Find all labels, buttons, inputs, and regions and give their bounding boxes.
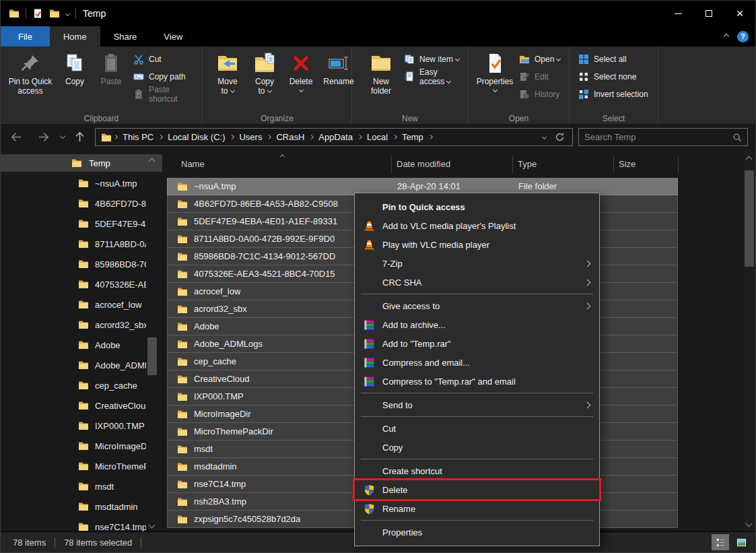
- context-menu-item-delete[interactable]: Delete: [355, 480, 599, 499]
- breadcrumb-segment[interactable]: Temp: [399, 132, 427, 142]
- breadcrumb-segment[interactable]: Local: [364, 132, 391, 142]
- breadcrumb-chevron-icon[interactable]: [357, 135, 362, 139]
- column-header-name[interactable]: Name: [181, 159, 205, 169]
- pin-to-quick-access-button[interactable]: Pin to Quick access: [3, 48, 57, 96]
- sidebar-item[interactable]: cep_cache: [1, 375, 146, 395]
- sidebar-item[interactable]: 5DEF47E9-4EBA-4E01-A1EF-89331: [1, 214, 146, 234]
- history-button[interactable]: History: [516, 86, 563, 103]
- sidebar-item[interactable]: Adobe_ADMLogs: [1, 355, 146, 375]
- column-divider[interactable]: [391, 156, 392, 173]
- sidebar-item[interactable]: IXP000.TMP: [1, 416, 146, 436]
- sidebar-item[interactable]: MicroThemePackDir: [1, 456, 146, 476]
- context-menu-item-create-shortcut[interactable]: Create shortcut: [355, 461, 599, 480]
- thumbnails-view-button[interactable]: [732, 534, 750, 550]
- back-arrow-icon[interactable]: [10, 131, 23, 143]
- sidebar-item[interactable]: 4B62FD7D-86EB-4A53-AB82-C9508: [1, 193, 146, 214]
- breadcrumb-segment[interactable]: Local Disk (C:): [164, 132, 228, 142]
- sidebar-item-temp-root[interactable]: Temp: [1, 154, 162, 172]
- context-menu-item-give-access-to[interactable]: Give access to: [355, 296, 599, 315]
- sidebar-scroll-down-icon[interactable]: [149, 522, 156, 529]
- tab-share[interactable]: Share: [100, 26, 151, 46]
- column-header-size[interactable]: Size: [619, 159, 635, 169]
- new-folder-button[interactable]: New folder: [362, 48, 401, 96]
- recent-locations-chevron-icon[interactable]: [60, 133, 65, 139]
- scroll-down-icon[interactable]: [746, 521, 753, 527]
- column-divider[interactable]: [678, 156, 679, 173]
- address-dropdown-chevron-icon[interactable]: [542, 135, 547, 139]
- sidebar-item[interactable]: CreativeCloud: [1, 395, 146, 416]
- close-button[interactable]: ×: [724, 1, 755, 26]
- invert-selection-button[interactable]: Invert selection: [575, 86, 652, 103]
- breadcrumb-chevron-icon[interactable]: [158, 135, 163, 139]
- sidebar-item[interactable]: nse7C14.tmp: [1, 517, 146, 531]
- properties-button[interactable]: Properties: [474, 48, 516, 92]
- copy-path-button[interactable]: Copy path: [130, 68, 202, 86]
- context-menu-item-compress-and-email[interactable]: Compress and email...: [355, 353, 599, 372]
- context-menu-item-add-to-temp-rar[interactable]: Add to "Temp.rar": [355, 334, 599, 353]
- column-divider[interactable]: [512, 156, 513, 173]
- new-folder-qat-icon[interactable]: [49, 8, 60, 19]
- search-icon[interactable]: [732, 133, 747, 142]
- vertical-scrollbar[interactable]: [743, 150, 755, 531]
- sidebar-item[interactable]: MicroImageDir: [1, 436, 146, 456]
- search-box[interactable]: [578, 128, 748, 146]
- maximize-button[interactable]: [693, 1, 724, 26]
- scroll-up-icon[interactable]: [746, 156, 753, 163]
- new-item-button[interactable]: New item: [401, 51, 468, 68]
- context-menu-item-play-with-vlc-media-player[interactable]: Play with VLC media player: [355, 235, 599, 254]
- forward-arrow-icon[interactable]: [37, 131, 50, 143]
- tab-file[interactable]: File: [1, 26, 50, 46]
- details-view-button[interactable]: [712, 534, 729, 550]
- context-menu-item-add-to-vlc-media-player-s-playlist[interactable]: Add to VLC media player's Playlist: [355, 216, 599, 235]
- select-all-button[interactable]: Select all: [575, 51, 652, 68]
- paste-button[interactable]: Paste: [92, 48, 130, 86]
- breadcrumb-chevron-icon[interactable]: [267, 135, 271, 139]
- breadcrumb-chevron-icon[interactable]: [230, 135, 234, 139]
- context-menu-item-add-to-archive[interactable]: Add to archive...: [355, 315, 599, 334]
- column-divider[interactable]: [613, 156, 614, 173]
- sidebar-item[interactable]: 4075326E-AEA3-4521-8BC4-70D15: [1, 274, 146, 294]
- column-header-date-modified[interactable]: Date modified: [397, 159, 450, 169]
- context-menu-item-crc-sha[interactable]: CRC SHA: [355, 273, 599, 292]
- properties-check-icon[interactable]: [32, 8, 43, 19]
- sidebar-item[interactable]: 8711A8BD-0A00-472B-992E-9F9D0: [1, 234, 146, 254]
- copy-button[interactable]: Copy: [57, 48, 92, 86]
- context-menu-item-copy[interactable]: Copy: [355, 438, 599, 457]
- cut-button[interactable]: Cut: [130, 51, 202, 68]
- breadcrumb-segment[interactable]: This PC: [119, 132, 157, 142]
- context-menu-item-properties[interactable]: Properties: [355, 523, 599, 542]
- column-header-type[interactable]: Type: [518, 159, 537, 169]
- breadcrumb-chevron-icon[interactable]: [309, 135, 314, 139]
- refresh-icon[interactable]: [555, 132, 565, 142]
- select-none-button[interactable]: Select none: [575, 68, 652, 86]
- search-input[interactable]: [579, 132, 732, 142]
- up-arrow-icon[interactable]: [73, 131, 86, 143]
- qat-customize-chevron-icon[interactable]: [65, 11, 70, 15]
- copy-to-button[interactable]: Copy to: [246, 48, 283, 96]
- sidebar-item[interactable]: 85986BD8-7C1C-4134-9012-567DD: [1, 254, 146, 274]
- breadcrumb[interactable]: This PCLocal Disk (C:)UsersCRasHAppDataL…: [95, 128, 573, 146]
- context-menu-item-rename[interactable]: Rename: [355, 499, 599, 518]
- context-menu-item-cut[interactable]: Cut: [355, 419, 599, 438]
- breadcrumb-chevron-icon[interactable]: [113, 135, 118, 139]
- scrollbar-thumb[interactable]: [745, 170, 754, 267]
- tab-view[interactable]: View: [150, 26, 196, 46]
- move-to-button[interactable]: Move to: [209, 48, 246, 96]
- sidebar-scrollbar-thumb[interactable]: [147, 337, 157, 375]
- easy-access-button[interactable]: Easy access: [401, 68, 468, 86]
- edit-button[interactable]: Edit: [516, 68, 563, 86]
- sidebar-item[interactable]: acrocef_low: [1, 294, 146, 315]
- delete-button[interactable]: Delete: [283, 48, 318, 92]
- tab-home[interactable]: Home: [50, 26, 100, 46]
- sidebar-item[interactable]: ~nsuA.tmp: [1, 173, 146, 193]
- sidebar-item[interactable]: msdtadmin: [1, 496, 146, 517]
- breadcrumb-chevron-icon[interactable]: [392, 135, 397, 139]
- help-icon[interactable]: ?: [737, 31, 749, 42]
- open-button[interactable]: Open: [516, 51, 563, 68]
- sidebar-item[interactable]: acrord32_sbx: [1, 315, 146, 335]
- sidebar-item[interactable]: Adobe: [1, 335, 146, 355]
- context-menu-item-send-to[interactable]: Send to: [355, 395, 599, 414]
- breadcrumb-chevron-icon[interactable]: [428, 135, 433, 139]
- breadcrumb-segment[interactable]: CRasH: [273, 132, 308, 142]
- breadcrumb-segment[interactable]: Users: [236, 132, 265, 142]
